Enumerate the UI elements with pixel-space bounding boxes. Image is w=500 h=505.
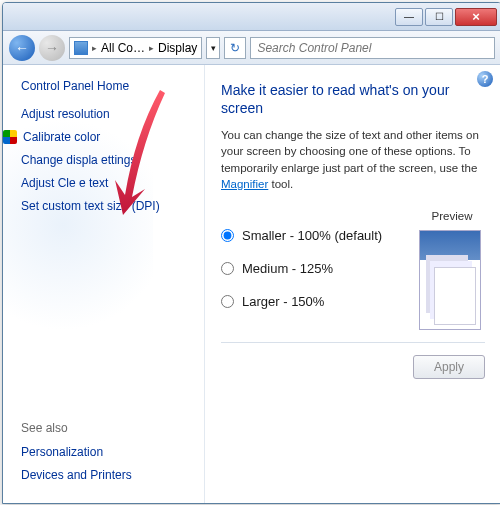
chevron-right-icon: ▸ [149,43,154,53]
apply-row: Apply [221,355,485,379]
radio-label: Medium - 125% [242,261,333,276]
preview-label: Preview [419,210,485,222]
dpi-option-larger[interactable]: Larger - 150% [221,294,405,309]
see-also-heading: See also [21,421,132,435]
breadcrumb-segment[interactable]: Display [158,41,197,55]
preview-thumbnail [419,230,481,330]
radio-smaller[interactable] [221,229,234,242]
control-panel-icon [74,41,88,55]
dpi-option-medium[interactable]: Medium - 125% [221,261,405,276]
see-also: See also Personalization Devices and Pri… [21,421,132,491]
radio-label: Larger - 150% [242,294,324,309]
dpi-option-smaller[interactable]: Smaller - 100% (default) [221,228,405,243]
breadcrumb[interactable]: ▸ All Co… ▸ Display [69,37,202,59]
close-button[interactable]: × [455,8,497,26]
sidebar-calibrate-color[interactable]: Calibrate color [21,130,194,144]
radio-larger[interactable] [221,295,234,308]
dpi-options: Smaller - 100% (default) Medium - 125% L… [221,210,485,330]
page-description: You can change the size of text and othe… [221,127,485,191]
breadcrumb-segment[interactable]: All Co… [101,41,145,55]
maximize-button[interactable]: ☐ [425,8,453,26]
control-panel-window: — ☐ × ← → ▸ All Co… ▸ Display ▾ ↻ Contro… [2,2,500,504]
sidebar: Control Panel Home Adjust resolution Cal… [3,65,205,503]
magnifier-link[interactable]: Magnifier [221,178,268,190]
content-pane: ? Make it easier to read what's on your … [205,65,500,503]
sidebar-personalization[interactable]: Personalization [21,445,132,459]
refresh-button[interactable]: ↻ [224,37,246,59]
divider [221,342,485,343]
window-buttons: — ☐ × [395,8,497,26]
sidebar-devices-printers[interactable]: Devices and Printers [21,468,132,482]
search-input[interactable] [257,41,488,55]
sidebar-item-label: Calibrate color [23,130,100,144]
shield-icon [3,130,17,144]
radio-medium[interactable] [221,262,234,275]
page-title: Make it easier to read what's on your sc… [221,81,485,117]
apply-button[interactable]: Apply [413,355,485,379]
forward-button[interactable]: → [39,35,65,61]
preview-pane: Preview [419,210,485,330]
body: Control Panel Home Adjust resolution Cal… [3,65,500,503]
desc-text: You can change the size of text and othe… [221,129,479,173]
search-box[interactable] [250,37,495,59]
control-panel-home-link[interactable]: Control Panel Home [21,79,194,93]
titlebar: — ☐ × [3,3,500,31]
sidebar-adjust-cleartype[interactable]: Adjust Cle e text [21,176,194,190]
radio-label: Smaller - 100% (default) [242,228,382,243]
dpi-option-list: Smaller - 100% (default) Medium - 125% L… [221,210,405,330]
chevron-right-icon: ▸ [92,43,97,53]
breadcrumb-dropdown-icon[interactable]: ▾ [206,37,220,59]
back-button[interactable]: ← [9,35,35,61]
navbar: ← → ▸ All Co… ▸ Display ▾ ↻ [3,31,500,65]
help-icon[interactable]: ? [477,71,493,87]
sidebar-adjust-resolution[interactable]: Adjust resolution [21,107,194,121]
sidebar-set-custom-dpi[interactable]: Set custom text size (DPI) [21,199,194,213]
sidebar-change-display-settings[interactable]: Change displa ettings [21,153,194,167]
minimize-button[interactable]: — [395,8,423,26]
desc-text: tool. [268,178,293,190]
